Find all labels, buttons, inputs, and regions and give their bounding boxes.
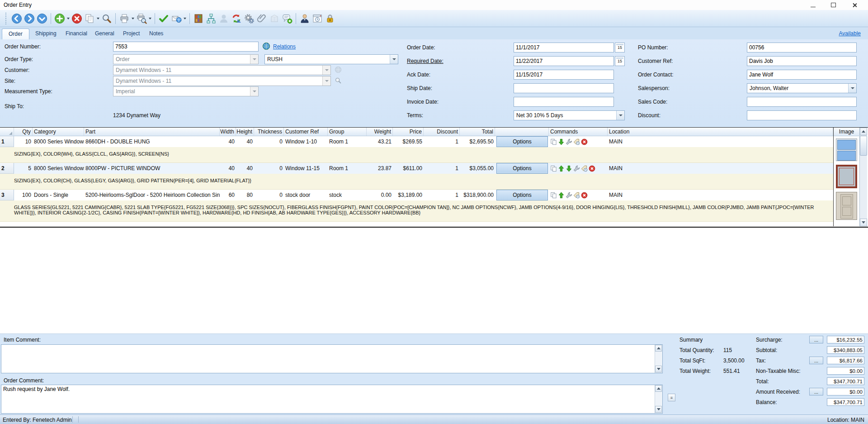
item-image-double-hung-window[interactable] (836, 138, 857, 161)
send-email-dropdown[interactable] (183, 12, 187, 25)
item-image-single-door[interactable] (836, 192, 857, 220)
amount-received-ellipsis-button[interactable]: ... (809, 388, 823, 395)
grid-vertical-scrollbar[interactable] (859, 128, 867, 226)
order-comment-textarea[interactable]: Rush request by Jane Wolf. (1, 385, 663, 414)
attachments-button[interactable] (255, 12, 268, 25)
col-header-group[interactable]: Group (328, 128, 367, 136)
delete-item-icon[interactable] (589, 165, 595, 172)
col-header-weight[interactable]: Weight (367, 128, 393, 136)
col-header-commands[interactable]: Commands (549, 128, 608, 136)
col-header-thickness[interactable]: Thickness (254, 128, 284, 136)
settings-button[interactable] (243, 12, 255, 25)
surcharge-ellipsis-button[interactable]: ... (809, 336, 823, 343)
col-header-price[interactable]: Price (393, 128, 424, 136)
terms-select[interactable]: Net 30 10% 5 Days (514, 110, 625, 120)
order-number-input[interactable] (113, 42, 259, 52)
rush-select[interactable]: RUSH (264, 54, 398, 64)
scrollbar-thumb[interactable] (860, 136, 867, 156)
order-date-calendar-button[interactable]: 15 (615, 43, 625, 52)
tab-project[interactable]: Project (117, 29, 146, 39)
comment-expand-button[interactable]: ≡ (668, 394, 675, 401)
tab-notes[interactable]: Notes (143, 29, 170, 39)
add-item-dropdown[interactable] (66, 12, 71, 25)
dropdown-arrow-icon[interactable] (390, 55, 398, 64)
nav-forward-button[interactable] (23, 12, 36, 25)
order-date-input[interactable] (514, 43, 614, 52)
scheduler-button[interactable] (311, 12, 324, 25)
site-search-icon[interactable] (335, 77, 342, 84)
copy-item-icon[interactable] (550, 165, 557, 172)
edit-options-wrench-icon[interactable] (566, 192, 572, 199)
delete-item-icon[interactable] (581, 192, 588, 199)
requote-icon[interactable] (581, 165, 588, 172)
available-link[interactable]: Available (839, 30, 861, 37)
requote-icon[interactable] (573, 192, 580, 199)
dropdown-arrow-icon[interactable] (848, 84, 856, 93)
maximize-button[interactable] (824, 1, 842, 9)
sales-code-input[interactable] (747, 97, 857, 107)
required-date-calendar-button[interactable]: 15 (615, 56, 625, 66)
nav-back-button[interactable] (10, 12, 23, 25)
required-date-link[interactable]: Required Date: (407, 58, 443, 64)
scroll-up-button[interactable] (655, 385, 662, 392)
options-button[interactable]: Options (496, 136, 548, 147)
tab-shipping[interactable]: Shipping (29, 29, 63, 39)
move-up-icon[interactable] (558, 192, 565, 199)
table-row[interactable]: 2 5 8000 Series Windows 8000PW - PICTURE… (0, 163, 833, 174)
salesperson-select[interactable]: Johnson, Walter (747, 83, 857, 93)
minimize-button[interactable] (804, 1, 822, 9)
tab-general[interactable]: General (89, 29, 121, 39)
print-dropdown[interactable] (131, 12, 135, 25)
discount-input[interactable] (747, 110, 857, 120)
item-image-picture-window[interactable] (836, 165, 857, 188)
validate-button[interactable] (157, 12, 170, 25)
scroll-up-button[interactable] (860, 128, 867, 135)
row-number[interactable]: 1 (0, 136, 14, 147)
cancel-button[interactable] (71, 12, 83, 25)
copy-dropdown[interactable] (96, 12, 100, 25)
refresh-button[interactable] (230, 12, 243, 25)
ship-date-input[interactable] (514, 83, 614, 93)
copy-item-icon[interactable] (550, 192, 557, 199)
move-down-icon[interactable] (566, 165, 572, 172)
edit-options-wrench-icon[interactable] (566, 138, 572, 145)
options-button[interactable]: Options (496, 190, 548, 200)
item-comment-textarea[interactable] (1, 344, 663, 373)
print-preview-button[interactable] (135, 12, 148, 25)
col-header-customer-ref[interactable]: Customer Ref (284, 128, 328, 136)
col-header-qty[interactable]: Qty (14, 128, 33, 136)
tax-ellipsis-button[interactable]: ... (809, 357, 823, 364)
relations-tree-button[interactable] (205, 12, 217, 25)
customer-ref-input[interactable] (747, 56, 857, 66)
col-header-part[interactable]: Part (84, 128, 220, 136)
col-header-discount[interactable]: Discount (424, 128, 460, 136)
col-header-category[interactable]: Category (33, 128, 84, 136)
scroll-down-button[interactable] (655, 406, 662, 413)
move-up-icon[interactable] (558, 165, 565, 172)
move-down-icon[interactable] (558, 138, 565, 145)
ack-date-input[interactable] (514, 70, 614, 80)
table-row[interactable]: 1 10 8000 Series Windows 8660DH - DOUBLE… (0, 136, 833, 147)
nav-down-button[interactable] (36, 12, 48, 25)
po-number-input[interactable] (747, 43, 857, 52)
item-comment-scrollbar[interactable] (655, 345, 662, 373)
print-button[interactable] (118, 12, 131, 25)
order-comment-scrollbar[interactable] (655, 385, 662, 413)
delete-item-icon[interactable] (581, 138, 588, 145)
scroll-up-button[interactable] (655, 345, 662, 352)
tab-order[interactable]: Order (2, 29, 29, 40)
send-email-button[interactable] (170, 12, 183, 25)
close-button[interactable] (845, 1, 863, 9)
row-number[interactable]: 2 (0, 163, 14, 174)
print-preview-dropdown[interactable] (148, 12, 152, 25)
add-item-button[interactable] (53, 12, 66, 25)
toolbar-grip[interactable] (5, 13, 8, 24)
col-header-location[interactable]: Location (608, 128, 833, 136)
scroll-down-button[interactable] (655, 366, 662, 372)
user-button[interactable] (217, 12, 230, 25)
add-comment-button[interactable] (281, 12, 293, 25)
options-button[interactable]: Options (496, 163, 548, 174)
package-button[interactable] (268, 12, 281, 25)
table-row[interactable]: 3 100 Doors - Single 5200-Heirlooms-SglD… (0, 190, 833, 200)
col-header-total[interactable]: Total (460, 128, 495, 136)
